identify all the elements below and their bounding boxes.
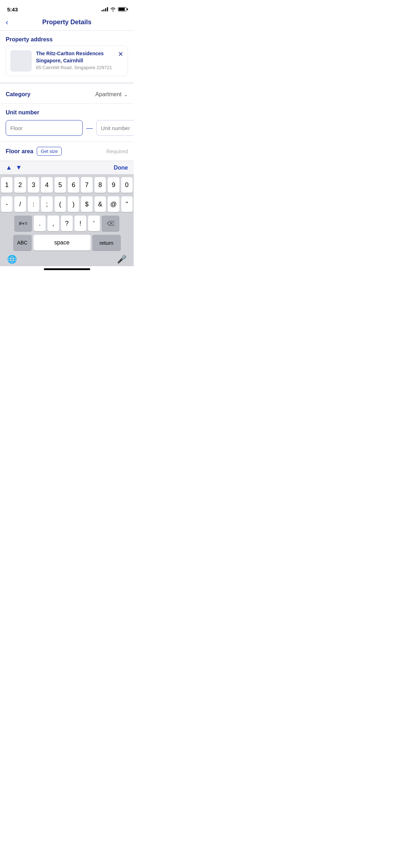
key-abc[interactable]: ABC	[13, 235, 32, 250]
status-icons	[102, 7, 127, 11]
done-button[interactable]: Done	[114, 165, 128, 171]
page-title: Property Details	[42, 19, 91, 26]
floor-area-left: Floor area Get size	[6, 147, 62, 156]
floor-area-row: Floor area Get size Required	[0, 141, 134, 161]
status-bar: 5:43	[0, 0, 134, 16]
key-hashtag[interactable]: #+=	[14, 216, 32, 231]
toolbar-arrows: ▲ ▼	[6, 164, 22, 171]
property-card: The Ritz-Carlton Residences Singapore, C…	[6, 46, 128, 76]
key-4[interactable]: 4	[41, 177, 52, 193]
wifi-icon	[110, 7, 116, 11]
category-value[interactable]: Apartment ⌄	[95, 91, 128, 98]
battery-icon	[118, 7, 127, 11]
property-info: The Ritz-Carlton Residences Singapore, C…	[36, 50, 123, 70]
key-return[interactable]: return	[92, 235, 121, 250]
key-0[interactable]: 0	[121, 177, 133, 193]
key-open-paren[interactable]: (	[55, 196, 66, 212]
key-minus[interactable]: -	[1, 196, 12, 212]
unit-number-input[interactable]	[96, 120, 134, 136]
key-2[interactable]: 2	[14, 177, 26, 193]
property-thumbnail	[10, 50, 32, 72]
key-row-special: #+= . , ? ! '	[1, 216, 133, 231]
key-space[interactable]: space	[34, 235, 91, 250]
signal-icon	[102, 7, 108, 11]
keyboard-toolbar: ▲ ▼ Done	[0, 161, 134, 174]
get-size-button[interactable]: Get size	[37, 147, 62, 156]
key-question[interactable]: ?	[61, 216, 73, 231]
section-divider-1	[0, 82, 134, 84]
arrow-up-button[interactable]: ▲	[6, 164, 12, 171]
key-9[interactable]: 9	[108, 177, 119, 193]
keyboard-bottom: 🌐 🎤	[0, 252, 134, 266]
key-row-bottom: ABC space return	[1, 235, 133, 250]
content-area: Property address The Ritz-Carlton Reside…	[0, 31, 134, 161]
back-button[interactable]: ‹	[6, 18, 8, 27]
key-close-paren[interactable]: )	[68, 196, 79, 212]
property-name: The Ritz-Carlton Residences Singapore, C…	[36, 50, 123, 64]
unit-inputs-row: —	[6, 120, 128, 136]
keyboard: 1 2 3 4 5 6 7 8 9 0 - / : ; ( ) $ & @ " …	[0, 174, 134, 252]
unit-separator: —	[86, 124, 93, 132]
page-header: ‹ Property Details	[0, 16, 134, 30]
key-7[interactable]: 7	[81, 177, 92, 193]
category-label: Category	[6, 91, 30, 98]
globe-icon[interactable]: 🌐	[7, 255, 17, 264]
key-exclamation[interactable]: !	[74, 216, 86, 231]
status-time: 5:43	[7, 6, 18, 12]
key-row-symbols: - / : ; ( ) $ & @ "	[1, 196, 133, 212]
arrow-down-button[interactable]: ▼	[16, 164, 22, 171]
key-3[interactable]: 3	[28, 177, 39, 193]
mic-icon[interactable]: 🎤	[117, 255, 127, 264]
floor-input[interactable]	[6, 120, 83, 136]
key-quote[interactable]: "	[121, 196, 133, 212]
key-8[interactable]: 8	[94, 177, 106, 193]
key-colon[interactable]: :	[28, 196, 39, 212]
key-1[interactable]: 1	[1, 177, 12, 193]
unit-number-label: Unit number	[6, 109, 128, 116]
floor-area-label: Floor area	[6, 148, 33, 155]
key-6[interactable]: 6	[68, 177, 79, 193]
property-address-line: 65 Cairnhill Road, Singapore 229721	[36, 65, 123, 70]
category-selected: Apartment	[95, 91, 122, 98]
key-5[interactable]: 5	[55, 177, 66, 193]
category-row[interactable]: Category Apartment ⌄	[0, 86, 134, 104]
property-close-button[interactable]: ✕	[118, 50, 123, 58]
key-row-numbers: 1 2 3 4 5 6 7 8 9 0	[1, 177, 133, 193]
delete-key[interactable]	[102, 216, 119, 231]
key-period[interactable]: .	[34, 216, 46, 231]
key-comma[interactable]: ,	[47, 216, 59, 231]
unit-number-section: Unit number —	[0, 104, 134, 139]
key-dollar[interactable]: $	[81, 196, 92, 212]
key-at[interactable]: @	[108, 196, 119, 212]
key-slash[interactable]: /	[14, 196, 26, 212]
required-text: Required	[106, 148, 128, 154]
key-semicolon[interactable]: ;	[41, 196, 52, 212]
key-apostrophe[interactable]: '	[88, 216, 100, 231]
chevron-down-icon: ⌄	[124, 92, 128, 97]
property-address-label: Property address	[0, 31, 134, 46]
home-indicator	[44, 268, 90, 270]
key-ampersand[interactable]: &	[94, 196, 106, 212]
